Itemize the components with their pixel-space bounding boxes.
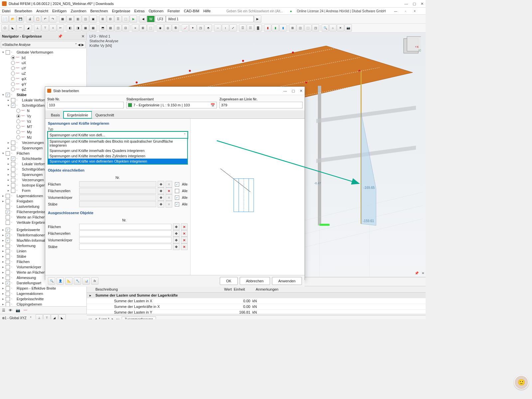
clear-icon[interactable]: ✕ <box>166 188 172 194</box>
tool-icon[interactable]: ▤ <box>66 15 74 23</box>
help-icon[interactable]: 🔍 <box>48 277 55 285</box>
close-icon[interactable]: ✕ <box>300 89 303 93</box>
menu-item[interactable]: Berechnen <box>90 9 108 13</box>
tool-icon[interactable]: 〰 <box>17 24 24 32</box>
tool-icon[interactable]: ◫ <box>297 24 304 32</box>
tool-icon[interactable]: ⊞ <box>99 15 106 23</box>
tool-icon[interactable]: ▦ <box>82 24 89 32</box>
tool-icon[interactable]: ⌂ <box>329 24 336 32</box>
apply-button[interactable]: Anwenden <box>272 277 302 285</box>
menu-item[interactable]: Ansicht <box>36 9 48 13</box>
tree-node[interactable]: ▸▫Ergebnisschnitte <box>0 296 86 302</box>
coord-system[interactable]: 1 - Global XYZ <box>5 316 27 320</box>
status-tool-icon[interactable]: ◢ <box>51 314 58 319</box>
tool-icon[interactable]: ⬚ <box>147 24 154 32</box>
tool-icon[interactable]: ▮ <box>264 24 271 32</box>
camera-icon[interactable]: 📷 <box>344 24 352 32</box>
tool-icon[interactable]: ⦿ <box>172 24 179 32</box>
tool-icon[interactable]: ⊞ <box>139 24 147 32</box>
tree-node[interactable]: 〰φX <box>0 76 86 81</box>
menu-item[interactable]: Extras <box>134 9 145 13</box>
tool-icon[interactable]: ◎ <box>164 24 172 32</box>
dropdown-option[interactable]: Spannungen und Kräfte innerhalb des Bloc… <box>48 139 187 148</box>
pick-icon[interactable]: ✥ <box>158 188 164 194</box>
all-checkbox[interactable]: ✓ <box>175 202 179 206</box>
type-dropdown-list[interactable]: Spannungen und Kräfte innerhalb des Bloc… <box>48 138 188 165</box>
tool-icon[interactable]: ⬚ <box>304 24 312 32</box>
pick-icon[interactable]: ✥ <box>173 223 180 230</box>
clear-icon[interactable]: ✕ <box>181 223 188 230</box>
tool-icon[interactable]: ⌗ <box>49 24 57 32</box>
cancel-button[interactable]: Abbrechen <box>240 277 270 285</box>
redo-icon[interactable]: ↷ <box>49 15 57 23</box>
dropdown-option[interactable]: Spannungen und Kräfte von definierten Ob… <box>48 159 187 164</box>
menu-item[interactable]: Einfügen <box>52 9 66 13</box>
first-page-icon[interactable]: ⏮ <box>89 318 92 320</box>
minimize-icon[interactable]: — <box>283 89 287 93</box>
tool-icon[interactable]: ◉ <box>157 24 164 32</box>
tool-icon[interactable]: ◧ <box>66 24 74 32</box>
close-icon[interactable]: ✕ <box>81 34 84 39</box>
open-icon[interactable]: 📂 <box>9 15 16 23</box>
tool-icon[interactable]: ✕ <box>337 24 344 32</box>
status-tool-icon[interactable]: ◣ <box>59 314 66 319</box>
tool-icon[interactable]: ▓ <box>254 24 262 32</box>
prev-lc-icon[interactable]: ◀ <box>139 15 147 23</box>
close-icon[interactable]: ✕ <box>421 2 424 6</box>
tree-node[interactable]: 〰φY <box>0 81 86 87</box>
orientation-cube[interactable]: +X+Y <box>401 36 421 56</box>
type-combo[interactable]: Spannungen und Kräfte von defi... Spannu… <box>48 132 188 138</box>
status-tool-icon[interactable]: ⊥ <box>36 314 43 319</box>
tool-icon[interactable]: ≡ <box>132 24 139 32</box>
doc-min-icon[interactable]: — <box>394 9 397 13</box>
last-page-icon[interactable]: ⏭ <box>116 318 120 320</box>
next-lc-icon[interactable]: ▶ <box>254 15 261 23</box>
function-icon[interactable]: fx <box>91 277 98 285</box>
clear-icon[interactable]: ✕ <box>166 201 172 207</box>
next-page-icon[interactable]: ▶ <box>112 318 114 320</box>
tool-icon[interactable]: ◳ <box>197 24 204 32</box>
menu-item[interactable]: Datei <box>2 9 11 13</box>
tool-icon[interactable]: ▦ <box>59 15 66 23</box>
tab-summary[interactable]: Zusammenfassung <box>122 317 156 319</box>
nr-input[interactable] <box>79 181 156 187</box>
all-checkbox[interactable]: ✓ <box>175 196 179 200</box>
tool-icon[interactable]: ✦ <box>189 24 197 32</box>
all-checkbox[interactable] <box>175 189 179 193</box>
tool-icon[interactable]: ☷ <box>247 24 254 32</box>
tool-icon[interactable]: ⬡ <box>1 24 9 32</box>
maximize-icon[interactable]: ▢ <box>292 89 295 93</box>
undo-icon[interactable]: ↶ <box>42 15 49 23</box>
tool-icon[interactable]: ☰ <box>114 15 122 23</box>
analysis-combo[interactable]: ≡ Statische Analyse˅ ◀ ▶ <box>1 41 86 48</box>
tool-icon[interactable]: ↕ <box>222 24 229 32</box>
play-icon[interactable]: ▶ <box>130 15 137 23</box>
pick-icon[interactable]: ✥ <box>158 201 164 207</box>
ok-button[interactable]: OK <box>220 277 238 285</box>
menu-item[interactable]: Optionen <box>149 9 164 13</box>
all-checkbox[interactable]: ✓ <box>175 182 179 187</box>
tool-icon[interactable]: ▨ <box>107 24 114 32</box>
clear-icon[interactable]: ✕ <box>181 243 188 250</box>
clear-icon[interactable]: ✕ <box>181 230 188 237</box>
tool-icon[interactable]: ◢ <box>24 24 32 32</box>
menu-item[interactable]: Bearbeiten <box>15 9 32 13</box>
tab-result-line[interactable]: Ergebnislinie <box>64 111 92 118</box>
tool-icon[interactable]: ◣ <box>9 24 16 32</box>
member-no-input[interactable]: 103 <box>47 102 124 108</box>
menu-item[interactable]: Hilfe <box>203 9 210 13</box>
tab-cross-section[interactable]: Querschnitt <box>92 111 118 118</box>
pick-icon[interactable]: ✥ <box>173 237 180 243</box>
keyword-search[interactable]: Geben Sie ein Schlüsselwort ein (Alt... <box>226 9 283 13</box>
tool-icon[interactable]: ▥ <box>74 15 81 23</box>
tree-node[interactable]: 〰uY <box>0 66 86 71</box>
lc-combo[interactable]: Wind 1 <box>166 16 254 22</box>
doc-close-icon[interactable]: × <box>414 9 416 13</box>
nr-input[interactable] <box>79 188 156 194</box>
doc-max-icon[interactable]: ▫ <box>405 9 406 13</box>
tree-node[interactable]: 〰|u| <box>0 55 86 60</box>
nav-tab-icon[interactable]: 📷 <box>16 308 20 313</box>
pin-icon[interactable]: 📌 <box>58 34 63 39</box>
pick-icon[interactable]: ✥ <box>158 181 164 188</box>
new-icon[interactable]: 📄 <box>1 15 9 23</box>
